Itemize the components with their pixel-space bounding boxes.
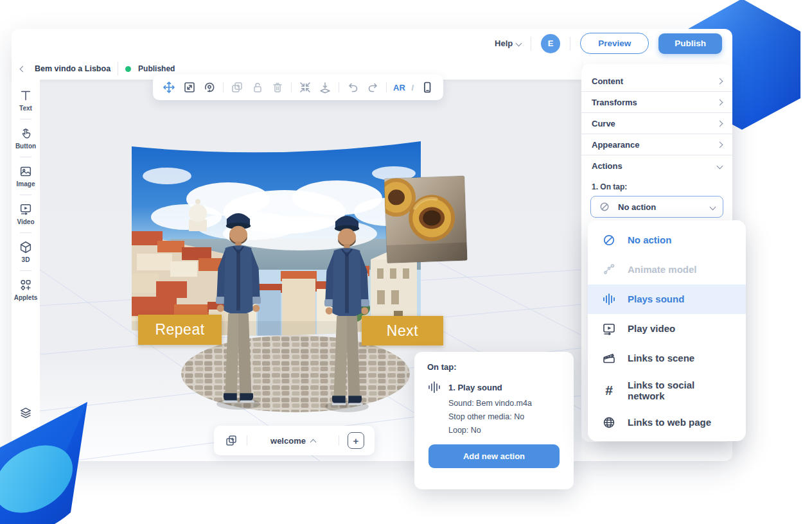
collapse-icon[interactable] (298, 80, 312, 94)
divider (247, 435, 247, 446)
tool-text[interactable]: Text (19, 89, 33, 112)
next-button[interactable]: Next (362, 316, 443, 345)
scene-name-selector[interactable]: welcome (256, 436, 330, 446)
app-stage: Help E Preview Publish Bem vindo a Lisbo… (0, 0, 812, 524)
canvas-toolbar: AR / (153, 74, 443, 100)
move-tool-icon[interactable] (162, 80, 176, 94)
menu-item-links-to-web[interactable]: Links to web page (588, 408, 746, 437)
hash-icon: # (601, 383, 617, 398)
repeat-button[interactable]: Repeat (138, 315, 222, 345)
menu-item-links-to-scene[interactable]: Links to scene (588, 344, 746, 373)
drop-to-ground-icon[interactable] (318, 80, 332, 94)
play-video-icon (602, 322, 616, 336)
divider (118, 62, 118, 76)
rotate-3d-tool-icon[interactable] (202, 80, 216, 94)
divider (339, 82, 339, 92)
scene-bar: welcome + (214, 426, 375, 455)
chevron-right-icon (717, 141, 723, 148)
tool-3d[interactable]: 3D (19, 240, 33, 263)
action-summary-popup: On tap: 1. Play sound Sound: Bem vindo.m… (414, 352, 574, 489)
divider (20, 119, 31, 119)
divider (20, 157, 31, 157)
section-actions[interactable]: Actions (581, 155, 732, 176)
divider (339, 435, 339, 446)
chevron-right-icon (717, 78, 723, 84)
help-label: Help (495, 39, 513, 48)
tap-icon (19, 127, 33, 141)
divider (570, 37, 570, 51)
ar-mode-button[interactable]: AR (393, 83, 405, 92)
add-scene-button[interactable]: + (348, 432, 364, 449)
lock-icon[interactable] (251, 80, 265, 94)
section-appearance[interactable]: Appearance (581, 134, 732, 155)
chevron-down-icon (710, 204, 716, 210)
section-transforms[interactable]: Transforms (581, 92, 732, 113)
back-icon[interactable] (20, 66, 26, 72)
popup-action-row[interactable]: 1. Play sound (427, 380, 561, 394)
cube-icon (19, 240, 33, 254)
redo-icon[interactable] (366, 80, 380, 94)
sound-icon (427, 380, 441, 394)
chevron-down-icon (516, 40, 522, 47)
tool-applets[interactable]: Applets (14, 278, 38, 301)
cone-decoration (0, 389, 109, 524)
image-icon (19, 164, 33, 179)
popup-action-title: 1. Play sound (448, 383, 502, 392)
chevron-up-icon (310, 439, 317, 445)
applets-icon (19, 278, 33, 292)
menu-item-animate-model[interactable]: Animate model (588, 255, 746, 284)
popup-detail-sound: Sound: Bem vindo.m4a (448, 399, 561, 408)
backdrop-image[interactable] (132, 136, 421, 336)
section-content[interactable]: Content (581, 71, 732, 92)
undo-icon[interactable] (346, 80, 360, 94)
menu-item-play-video[interactable]: Play video (588, 314, 746, 344)
menu-item-no-action[interactable]: No action (588, 225, 746, 255)
duplicate-icon[interactable] (230, 80, 244, 94)
top-bar: Help E Preview Publish (12, 29, 732, 58)
divider (386, 82, 387, 92)
video-icon (19, 202, 33, 216)
animate-model-icon (602, 263, 616, 277)
divider (20, 232, 31, 233)
duplicate-scene-icon[interactable] (224, 433, 238, 448)
menu-item-links-to-social[interactable]: # Links to social network (588, 373, 746, 408)
tool-video[interactable]: Video (17, 202, 34, 225)
chevron-right-icon (717, 120, 723, 127)
preview-button[interactable]: Preview (580, 33, 649, 54)
on-tap-label: 1. On tap: (592, 182, 722, 191)
pastry-image[interactable] (376, 176, 468, 264)
divider (223, 82, 224, 92)
tool-image[interactable]: Image (17, 164, 35, 188)
sound-icon (602, 292, 616, 306)
popup-title: On tap: (427, 362, 561, 372)
add-new-action-button[interactable]: Add new action (428, 444, 560, 468)
scale-tool-icon[interactable] (182, 80, 197, 94)
published-dot (125, 66, 131, 72)
action-menu: No action Animate model Plays sound Play… (588, 220, 746, 441)
cobblestone-floor[interactable] (181, 335, 410, 412)
mode-separator: / (412, 83, 414, 92)
person-shadow (325, 401, 369, 412)
publish-status: Published (138, 64, 175, 73)
person-shadow (216, 398, 260, 410)
menu-item-plays-sound[interactable]: Plays sound (588, 284, 746, 314)
trash-icon[interactable] (270, 80, 285, 94)
no-action-icon (602, 233, 616, 247)
chevron-down-icon (717, 162, 723, 169)
project-title: Bem vindo a Lisboa (35, 64, 110, 73)
divider (20, 195, 31, 195)
device-preview-icon[interactable] (420, 80, 434, 94)
divider (531, 37, 531, 51)
publish-button[interactable]: Publish (658, 33, 722, 54)
avatar[interactable]: E (541, 34, 560, 53)
chevron-right-icon (717, 99, 723, 105)
help-menu[interactable]: Help (495, 39, 521, 48)
no-action-icon (599, 201, 610, 213)
tool-button[interactable]: Button (15, 127, 36, 150)
action-select[interactable]: No action (590, 196, 723, 218)
clapperboard-icon (602, 351, 616, 365)
divider (291, 82, 292, 92)
section-curve[interactable]: Curve (581, 113, 732, 134)
popup-detail-stop: Stop other media: No (448, 412, 561, 421)
text-icon (19, 89, 33, 103)
